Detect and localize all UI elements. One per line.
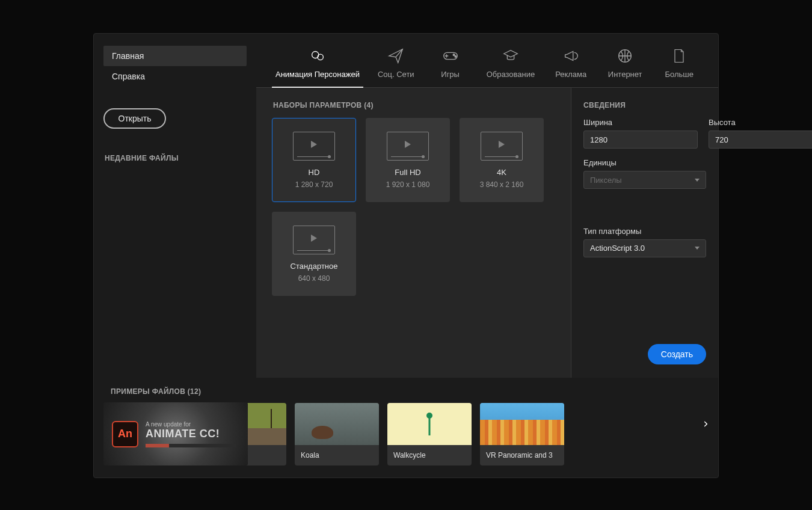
preset-thumb-icon	[293, 132, 335, 161]
globe-icon	[616, 47, 634, 65]
units-label: Единицы	[583, 158, 706, 167]
platform-select[interactable]: ActionScript 3.0	[583, 239, 706, 257]
samples-heading: ПРИМЕРЫ ФАЙЛОВ (12)	[111, 387, 703, 396]
preset-name: Стандартное	[291, 262, 338, 271]
preset-thumb-icon	[387, 132, 429, 161]
file-icon	[670, 47, 688, 65]
preset-card[interactable]: HD1 280 x 720	[272, 118, 356, 202]
sample-label: VR Panoramic and 3	[480, 445, 564, 465]
width-label: Ширина	[583, 118, 698, 127]
tab-globe[interactable]: Интернет	[601, 43, 649, 87]
svg-point-4	[455, 56, 457, 58]
tab-megaphone[interactable]: Реклама	[547, 43, 595, 87]
sample-thumb	[387, 403, 472, 445]
preset-dimensions: 3 840 x 2 160	[480, 180, 524, 189]
svg-point-3	[453, 54, 455, 56]
preset-card[interactable]: 4K3 840 x 2 160	[460, 118, 544, 202]
tab-label: Анимация Персонажей	[275, 70, 360, 79]
details-heading: СВЕДЕНИЯ	[583, 101, 706, 109]
promo-small: A new update for	[146, 421, 236, 428]
gamepad-icon	[441, 47, 460, 65]
paper-plane-icon	[387, 47, 405, 65]
sample-card[interactable]: Walkcycle	[387, 403, 472, 465]
samples-next-button[interactable]	[701, 420, 710, 431]
tab-label: Игры	[441, 70, 460, 79]
tab-label: Соц. Сети	[378, 70, 414, 79]
open-button[interactable]: Открыть	[103, 108, 166, 129]
preset-name: HD	[309, 168, 320, 177]
animate-logo-icon: An	[112, 421, 138, 447]
svg-point-1	[318, 54, 323, 60]
main-area: Анимация ПерсонажейСоц. СетиИгрыОбразова…	[256, 34, 718, 378]
promo-progress	[146, 444, 236, 447]
tab-label: Образование	[487, 70, 535, 79]
preset-dimensions: 1 280 x 720	[295, 180, 333, 189]
promo-big: ANIMATE CC!	[146, 428, 236, 440]
promo-text: A new update for ANIMATE CC!	[146, 421, 236, 447]
tab-label: Интернет	[608, 70, 642, 79]
characters-icon	[309, 47, 327, 65]
tab-file[interactable]: Больше	[655, 43, 703, 87]
preset-thumb-icon	[293, 226, 335, 254]
sample-thumb	[295, 403, 379, 445]
platform-label: Тип платформы	[583, 227, 706, 236]
preset-dimensions: 640 x 480	[298, 274, 330, 283]
units-value: Пикселы	[590, 176, 622, 185]
tab-label: Больше	[665, 70, 694, 79]
tab-paper-plane[interactable]: Соц. Сети	[372, 43, 420, 87]
nav-home[interactable]: Главная	[103, 46, 247, 66]
preset-dimensions: 1 920 x 1 080	[386, 180, 430, 189]
preset-name: 4K	[497, 168, 506, 177]
units-select[interactable]: Пикселы	[583, 171, 706, 189]
home-screen: Главная Справка Открыть НЕДАВНИЕ ФАЙЛЫ А…	[93, 33, 719, 478]
tab-label: Реклама	[555, 70, 586, 79]
sample-card[interactable]: VR Panoramic and 3	[480, 403, 564, 465]
megaphone-icon	[562, 47, 580, 65]
tab-characters[interactable]: Анимация Персонажей	[269, 43, 366, 87]
sample-label: Walkcycle	[387, 445, 472, 465]
tab-gamepad[interactable]: Игры	[426, 43, 475, 87]
category-tabs: Анимация ПерсонажейСоц. СетиИгрыОбразова…	[256, 34, 718, 88]
sample-thumb	[480, 403, 564, 445]
sample-card[interactable]: Koala	[295, 403, 379, 465]
preset-card[interactable]: Full HD1 920 x 1 080	[366, 118, 450, 202]
height-label: Высота	[709, 118, 812, 127]
promo-banner[interactable]: An A new update for ANIMATE CC!	[103, 402, 248, 465]
preset-cards: HD1 280 x 720Full HD1 920 x 1 0804K3 840…	[272, 118, 555, 296]
create-button[interactable]: Создать	[648, 344, 706, 364]
width-input[interactable]	[583, 131, 698, 149]
chevron-down-icon	[695, 247, 700, 250]
height-input[interactable]	[709, 131, 812, 149]
chevron-down-icon	[695, 179, 700, 182]
recent-files-heading: НЕДАВНИЕ ФАЙЛЫ	[105, 154, 247, 162]
presets-heading: НАБОРЫ ПАРАМЕТРОВ (4)	[273, 101, 555, 109]
presets-panel: НАБОРЫ ПАРАМЕТРОВ (4) HD1 280 x 720Full …	[256, 88, 571, 378]
tab-grad-cap[interactable]: Образование	[481, 43, 541, 87]
sample-label: Koala	[295, 445, 379, 465]
nav-help[interactable]: Справка	[103, 66, 247, 87]
platform-value: ActionScript 3.0	[590, 244, 645, 253]
sidebar: Главная Справка Открыть НЕДАВНИЕ ФАЙЛЫ	[94, 34, 256, 378]
details-panel: СВЕДЕНИЯ Ширина Высота Единицы	[571, 88, 718, 378]
grad-cap-icon	[502, 47, 520, 65]
preset-thumb-icon	[481, 132, 523, 161]
preset-name: Full HD	[395, 168, 420, 177]
preset-card[interactable]: Стандартное640 x 480	[272, 212, 356, 296]
